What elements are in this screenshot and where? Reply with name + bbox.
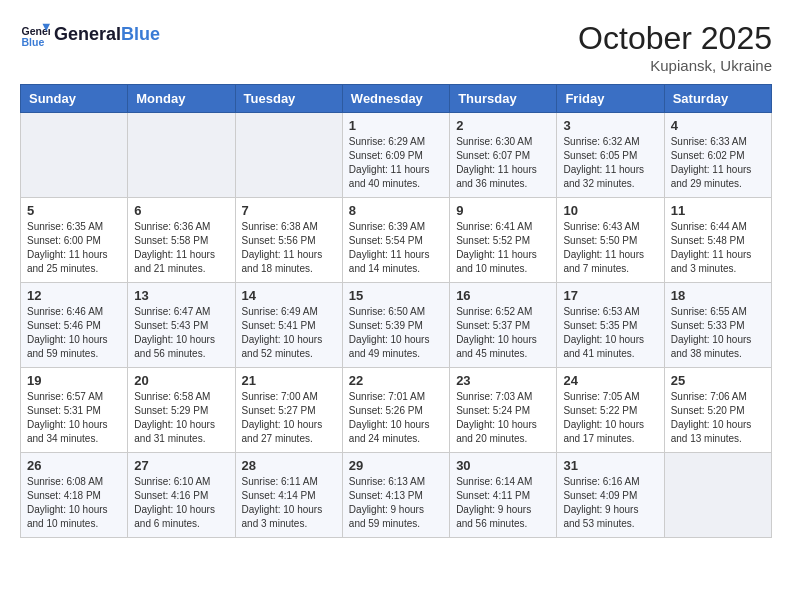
- day-info: Sunrise: 6:55 AMSunset: 5:33 PMDaylight:…: [671, 305, 765, 361]
- calendar-cell: 31Sunrise: 6:16 AMSunset: 4:09 PMDayligh…: [557, 453, 664, 538]
- calendar-cell: 7Sunrise: 6:38 AMSunset: 5:56 PMDaylight…: [235, 198, 342, 283]
- calendar-cell: 6Sunrise: 6:36 AMSunset: 5:58 PMDaylight…: [128, 198, 235, 283]
- day-info: Sunrise: 6:29 AMSunset: 6:09 PMDaylight:…: [349, 135, 443, 191]
- day-number: 19: [27, 373, 121, 388]
- day-info: Sunrise: 6:32 AMSunset: 6:05 PMDaylight:…: [563, 135, 657, 191]
- day-number: 10: [563, 203, 657, 218]
- day-number: 27: [134, 458, 228, 473]
- day-number: 30: [456, 458, 550, 473]
- day-info: Sunrise: 7:03 AMSunset: 5:24 PMDaylight:…: [456, 390, 550, 446]
- svg-text:Blue: Blue: [22, 36, 45, 48]
- weekday-header-sunday: Sunday: [21, 85, 128, 113]
- month-title: October 2025: [578, 20, 772, 57]
- calendar-cell: 13Sunrise: 6:47 AMSunset: 5:43 PMDayligh…: [128, 283, 235, 368]
- day-info: Sunrise: 7:06 AMSunset: 5:20 PMDaylight:…: [671, 390, 765, 446]
- calendar-cell: 5Sunrise: 6:35 AMSunset: 6:00 PMDaylight…: [21, 198, 128, 283]
- day-info: Sunrise: 7:00 AMSunset: 5:27 PMDaylight:…: [242, 390, 336, 446]
- day-info: Sunrise: 6:58 AMSunset: 5:29 PMDaylight:…: [134, 390, 228, 446]
- day-number: 9: [456, 203, 550, 218]
- day-info: Sunrise: 6:50 AMSunset: 5:39 PMDaylight:…: [349, 305, 443, 361]
- day-number: 22: [349, 373, 443, 388]
- day-info: Sunrise: 6:33 AMSunset: 6:02 PMDaylight:…: [671, 135, 765, 191]
- day-info: Sunrise: 7:05 AMSunset: 5:22 PMDaylight:…: [563, 390, 657, 446]
- day-info: Sunrise: 6:43 AMSunset: 5:50 PMDaylight:…: [563, 220, 657, 276]
- day-info: Sunrise: 6:47 AMSunset: 5:43 PMDaylight:…: [134, 305, 228, 361]
- calendar-week-1: 1Sunrise: 6:29 AMSunset: 6:09 PMDaylight…: [21, 113, 772, 198]
- calendar-week-5: 26Sunrise: 6:08 AMSunset: 4:18 PMDayligh…: [21, 453, 772, 538]
- day-info: Sunrise: 6:36 AMSunset: 5:58 PMDaylight:…: [134, 220, 228, 276]
- day-number: 31: [563, 458, 657, 473]
- logo: General Blue GeneralBlue: [20, 20, 160, 50]
- day-info: Sunrise: 6:49 AMSunset: 5:41 PMDaylight:…: [242, 305, 336, 361]
- day-number: 6: [134, 203, 228, 218]
- weekday-header-tuesday: Tuesday: [235, 85, 342, 113]
- calendar-week-3: 12Sunrise: 6:46 AMSunset: 5:46 PMDayligh…: [21, 283, 772, 368]
- day-number: 8: [349, 203, 443, 218]
- day-info: Sunrise: 6:53 AMSunset: 5:35 PMDaylight:…: [563, 305, 657, 361]
- logo-line2: Blue: [121, 24, 160, 44]
- calendar-cell: 27Sunrise: 6:10 AMSunset: 4:16 PMDayligh…: [128, 453, 235, 538]
- calendar-cell: 22Sunrise: 7:01 AMSunset: 5:26 PMDayligh…: [342, 368, 449, 453]
- day-info: Sunrise: 6:46 AMSunset: 5:46 PMDaylight:…: [27, 305, 121, 361]
- calendar-cell: 16Sunrise: 6:52 AMSunset: 5:37 PMDayligh…: [450, 283, 557, 368]
- calendar-cell: 23Sunrise: 7:03 AMSunset: 5:24 PMDayligh…: [450, 368, 557, 453]
- day-number: 20: [134, 373, 228, 388]
- day-number: 21: [242, 373, 336, 388]
- calendar-cell: [21, 113, 128, 198]
- day-number: 5: [27, 203, 121, 218]
- day-info: Sunrise: 6:11 AMSunset: 4:14 PMDaylight:…: [242, 475, 336, 531]
- day-info: Sunrise: 6:16 AMSunset: 4:09 PMDaylight:…: [563, 475, 657, 531]
- calendar-cell: 17Sunrise: 6:53 AMSunset: 5:35 PMDayligh…: [557, 283, 664, 368]
- day-number: 17: [563, 288, 657, 303]
- calendar-cell: 19Sunrise: 6:57 AMSunset: 5:31 PMDayligh…: [21, 368, 128, 453]
- weekday-header-monday: Monday: [128, 85, 235, 113]
- calendar-cell: 3Sunrise: 6:32 AMSunset: 6:05 PMDaylight…: [557, 113, 664, 198]
- day-number: 25: [671, 373, 765, 388]
- calendar-cell: 11Sunrise: 6:44 AMSunset: 5:48 PMDayligh…: [664, 198, 771, 283]
- calendar-cell: 30Sunrise: 6:14 AMSunset: 4:11 PMDayligh…: [450, 453, 557, 538]
- day-info: Sunrise: 6:08 AMSunset: 4:18 PMDaylight:…: [27, 475, 121, 531]
- day-info: Sunrise: 6:44 AMSunset: 5:48 PMDaylight:…: [671, 220, 765, 276]
- calendar-week-4: 19Sunrise: 6:57 AMSunset: 5:31 PMDayligh…: [21, 368, 772, 453]
- day-number: 2: [456, 118, 550, 133]
- calendar-cell: 18Sunrise: 6:55 AMSunset: 5:33 PMDayligh…: [664, 283, 771, 368]
- day-number: 15: [349, 288, 443, 303]
- logo-icon: General Blue: [20, 20, 50, 50]
- day-info: Sunrise: 6:41 AMSunset: 5:52 PMDaylight:…: [456, 220, 550, 276]
- calendar-cell: 25Sunrise: 7:06 AMSunset: 5:20 PMDayligh…: [664, 368, 771, 453]
- weekday-header-saturday: Saturday: [664, 85, 771, 113]
- day-info: Sunrise: 6:35 AMSunset: 6:00 PMDaylight:…: [27, 220, 121, 276]
- calendar-cell: 28Sunrise: 6:11 AMSunset: 4:14 PMDayligh…: [235, 453, 342, 538]
- day-number: 24: [563, 373, 657, 388]
- calendar-cell: 20Sunrise: 6:58 AMSunset: 5:29 PMDayligh…: [128, 368, 235, 453]
- title-section: October 2025 Kupiansk, Ukraine: [578, 20, 772, 74]
- calendar-cell: 10Sunrise: 6:43 AMSunset: 5:50 PMDayligh…: [557, 198, 664, 283]
- day-info: Sunrise: 6:14 AMSunset: 4:11 PMDaylight:…: [456, 475, 550, 531]
- logo-line1: General: [54, 24, 121, 44]
- calendar-cell: 29Sunrise: 6:13 AMSunset: 4:13 PMDayligh…: [342, 453, 449, 538]
- calendar-cell: [235, 113, 342, 198]
- page-header: General Blue GeneralBlue October 2025 Ku…: [20, 20, 772, 74]
- day-number: 13: [134, 288, 228, 303]
- calendar-week-2: 5Sunrise: 6:35 AMSunset: 6:00 PMDaylight…: [21, 198, 772, 283]
- weekday-header-friday: Friday: [557, 85, 664, 113]
- calendar-cell: 14Sunrise: 6:49 AMSunset: 5:41 PMDayligh…: [235, 283, 342, 368]
- calendar-cell: 4Sunrise: 6:33 AMSunset: 6:02 PMDaylight…: [664, 113, 771, 198]
- day-info: Sunrise: 6:10 AMSunset: 4:16 PMDaylight:…: [134, 475, 228, 531]
- day-number: 1: [349, 118, 443, 133]
- calendar-cell: 9Sunrise: 6:41 AMSunset: 5:52 PMDaylight…: [450, 198, 557, 283]
- calendar-cell: 26Sunrise: 6:08 AMSunset: 4:18 PMDayligh…: [21, 453, 128, 538]
- day-info: Sunrise: 6:52 AMSunset: 5:37 PMDaylight:…: [456, 305, 550, 361]
- day-number: 29: [349, 458, 443, 473]
- calendar-cell: 8Sunrise: 6:39 AMSunset: 5:54 PMDaylight…: [342, 198, 449, 283]
- day-number: 18: [671, 288, 765, 303]
- calendar-cell: 12Sunrise: 6:46 AMSunset: 5:46 PMDayligh…: [21, 283, 128, 368]
- calendar-cell: 15Sunrise: 6:50 AMSunset: 5:39 PMDayligh…: [342, 283, 449, 368]
- calendar-cell: [128, 113, 235, 198]
- day-info: Sunrise: 6:57 AMSunset: 5:31 PMDaylight:…: [27, 390, 121, 446]
- day-number: 7: [242, 203, 336, 218]
- day-number: 11: [671, 203, 765, 218]
- calendar-cell: 24Sunrise: 7:05 AMSunset: 5:22 PMDayligh…: [557, 368, 664, 453]
- day-number: 4: [671, 118, 765, 133]
- day-info: Sunrise: 6:38 AMSunset: 5:56 PMDaylight:…: [242, 220, 336, 276]
